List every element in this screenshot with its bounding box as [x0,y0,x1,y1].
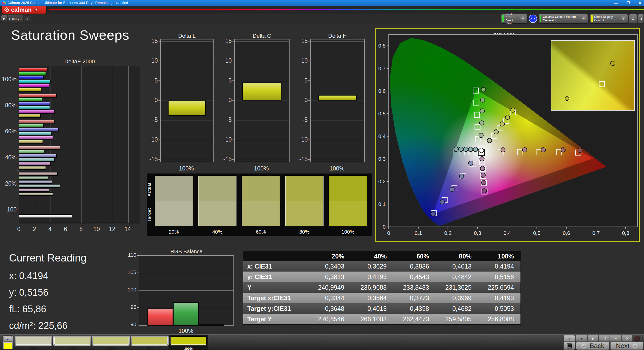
table-cell: 0,3969 [436,293,478,303]
transport-up-button[interactable]: ▲ [564,335,575,342]
pattern-button-60%[interactable] [92,336,130,346]
delta-l-title: Delta L [160,33,214,39]
delta-y-tick: 0 [219,97,232,104]
deltae-bar-yellow [19,140,43,144]
deltae-bar-green [19,98,42,102]
continuous-button[interactable]: ∞ [610,335,621,342]
rgb-y-tick: 105 [122,269,136,275]
pattern-label: 60% [92,347,130,350]
delta-l-chart[interactable] [160,39,214,162]
cie-1931-chart-panel[interactable]: CIE 1931 xy 00,10,20,30,40,50,60,70,800,… [375,28,640,242]
deltae-bar-white [19,214,72,218]
pattern-button-100%[interactable] [170,336,207,346]
svg-text:0,5: 0,5 [378,111,386,116]
deltae-chart[interactable] [19,66,140,223]
measured-circle [494,130,498,134]
pattern-button-20%[interactable] [15,336,52,346]
delta-x-label: 100% [160,165,213,172]
table-cell: 233,8483 [393,282,436,293]
tab-nav-button[interactable]: ▶ [1,15,7,22]
rgb-bar-green [173,302,199,326]
next-icon: » [632,343,638,349]
delta-h-chart[interactable] [310,39,365,162]
pattern-swatch [132,337,168,345]
deltae-bar-blue [19,128,59,132]
deltae-group-label: 20% [0,180,17,187]
display-control-dropdown[interactable]: Direct Display Control ▼ [590,14,628,23]
rgb-balance-chart[interactable] [139,255,234,326]
step-button[interactable]: [‥] [599,335,610,342]
stop-measure-button[interactable] [564,342,575,350]
deltae-bar-yellow [19,114,41,118]
delta-y-tick: 0 [145,97,158,104]
close-icon[interactable]: ✕ [638,0,641,6]
settings-button[interactable]: ⚙ [629,14,637,23]
rgb-balance-title: RGB Balance [139,248,234,254]
maximize-icon[interactable]: ❐ [626,0,630,6]
pattern-button-80%[interactable] [131,336,169,346]
tab-history-1[interactable]: History 1 [8,15,23,22]
pattern-swatch [54,337,90,345]
target-row-label: Target [147,202,152,227]
table-cell: 236,9688 [351,282,393,293]
delta-y-tick: 15 [295,38,308,45]
actual-swatch [242,176,280,201]
measured-circle [481,180,486,185]
back-button[interactable]: « Back [576,342,609,350]
current-reading-panel: Current Reading x: 0,4194 y: 0,5156 fL: … [9,252,87,337]
delta-y-tick: 5 [295,77,308,84]
inset-measured-marker [565,96,569,101]
table-cell: 231,3625 [436,282,478,293]
actual-swatch [329,176,367,201]
svg-text:0,8: 0,8 [378,43,386,49]
table-row: x: CIE310,34030,36290,38360,40130,4194 [243,261,520,272]
table-cell: 0,3813 [308,272,351,282]
target-swatch [155,201,193,226]
meter-dropdown[interactable]: X-Rite i1Pro 3 Direct View ▼ [501,14,527,23]
svg-text:0: 0 [387,230,390,236]
swatch-column: 100% [329,176,367,239]
swatch-column: 20% [155,176,193,239]
target-swatch [285,201,324,226]
deltae-bar-blue [19,180,52,184]
expand-patterns-button[interactable]: ▲ [4,336,12,342]
inset-target-marker [599,81,605,87]
swatch-column-label: 20% [155,229,193,235]
svg-text:0,3: 0,3 [474,230,481,236]
rgb-y-tick: 95 [122,304,136,310]
deltae-group-label: 40% [0,154,17,161]
row-label: Y [243,282,308,293]
add-tab-button[interactable]: + [24,16,31,21]
table-cell: 0,3773 [393,293,436,303]
rgb-y-tick: 100 [122,287,136,293]
next-button[interactable]: Next » [610,342,643,350]
deltae-bar-magenta [19,188,49,192]
deltae-x-tick: 12 [107,226,117,233]
play-button[interactable]: ▶ [587,335,598,342]
app-logo-icon [2,1,6,5]
deltae-bar-yellow [19,166,46,170]
deltae-bar-blue [19,76,44,79]
table-cell: 0,4543 [393,272,436,282]
calman-menu-button[interactable]: calman ▼ [2,6,46,14]
delta-c-chart[interactable] [234,39,290,162]
minimize-icon[interactable]: — [614,0,618,6]
meter-count-badge: 715 [529,15,537,23]
refresh-button[interactable]: ⟳ [621,335,632,342]
tab-bar: ▶ History 1 + X-Rite i1Pro 3 Direct View… [0,14,644,24]
record-indicator-icon [634,336,640,342]
measured-circle [454,147,459,152]
pattern-label: 100% [170,347,207,350]
measured-circle [487,138,492,143]
source-dropdown[interactable]: CalMAN Client 3 Pattern Generator ▼ [538,14,588,23]
table-cell: 0,4193 [351,272,393,282]
rgb-bar-blue [199,324,224,326]
collapse-panel-button[interactable]: ◀ [638,14,644,23]
deltae-bar-green [19,176,48,180]
pattern-button-40%[interactable] [53,336,91,346]
svg-text:0,1: 0,1 [378,201,386,207]
stop-button[interactable]: ■ [576,335,587,342]
deltae-bar-green [19,124,44,127]
current-reading-title: Current Reading [9,252,87,264]
delta-y-tick: -10 [145,136,158,143]
